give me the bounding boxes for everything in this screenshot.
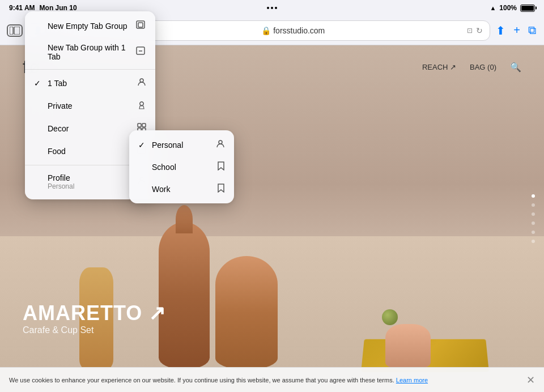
learn-more-link[interactable]: Learn more (396, 377, 428, 384)
status-time: 9:41 AM (9, 4, 35, 12)
reach-link[interactable]: REACH ↗ (422, 63, 456, 71)
search-icon[interactable]: 🔍 (510, 62, 521, 73)
menu-divider-1 (25, 69, 155, 70)
status-day: Mon Jun 10 (40, 4, 77, 12)
submenu: ✓ Personal School Work (129, 130, 234, 203)
menu-label-decor: Decor (48, 124, 133, 133)
new-tab-button[interactable]: + (512, 23, 521, 38)
page-indicators (532, 194, 535, 243)
cookie-banner: We use cookies to enhance your experienc… (0, 367, 544, 392)
page-dot-6[interactable] (532, 240, 535, 243)
menu-item-new-tab-group-1[interactable]: New Tab Group with 1 Tab (25, 37, 155, 67)
address-bar[interactable]: 🖥 🔒 forsstudio.com ⊡ ↻ (105, 20, 490, 41)
reader-icon[interactable]: ⊡ (467, 27, 473, 35)
submenu-item-work[interactable]: Work (129, 178, 234, 200)
hero-text: AMARETTO ↗ Carafe & Cup Set (23, 301, 166, 335)
jug-medium (215, 256, 278, 369)
menu-icon-new-empty (136, 20, 146, 32)
submenu-label-work: Work (152, 185, 212, 194)
menu-item-new-empty-tab-group[interactable]: New Empty Tab Group (25, 15, 155, 37)
person-icon-personal (216, 139, 225, 150)
svg-point-14 (219, 140, 222, 144)
submenu-item-school[interactable]: School (129, 156, 234, 178)
dot3 (275, 7, 277, 9)
menu-label-1tab: 1 Tab (48, 79, 133, 88)
hero-subtitle: Carafe & Cup Set (23, 325, 166, 335)
dot2 (271, 7, 273, 9)
profile-text-group: Profile Personal (48, 173, 133, 190)
nav-actions: ⬆ + ⧉ (495, 23, 537, 39)
address-url: 🔒 forsstudio.com (124, 26, 462, 35)
page-dot-2[interactable] (532, 203, 535, 207)
menu-item-1-tab[interactable]: ✓ 1 Tab (25, 72, 155, 95)
page-dot-1[interactable] (532, 194, 535, 198)
status-bar-left: 9:41 AM Mon Jun 10 (9, 4, 77, 12)
tabs-sidebar-icon[interactable] (7, 24, 23, 37)
status-bar-center (267, 7, 277, 9)
menu-icon-new-tab1 (136, 46, 146, 58)
page-dot-5[interactable] (532, 231, 535, 234)
svg-rect-0 (10, 27, 13, 35)
page-dot-4[interactable] (532, 221, 535, 225)
menu-item-private[interactable]: Private (25, 95, 155, 117)
hand-icon-private (137, 100, 146, 112)
menu-label-new-tab1: New Tab Group with 1 Tab (48, 43, 131, 61)
wifi-icon: ▲ (490, 5, 496, 11)
dot1 (267, 7, 269, 9)
menu-label-new-empty: New Empty Tab Group (48, 22, 131, 31)
site-nav-right: REACH ↗ BAG (0) 🔍 (422, 62, 521, 73)
profile-subtitle: Personal (48, 182, 133, 190)
cookie-close-button[interactable]: ✕ (526, 374, 535, 386)
cup-small (385, 324, 431, 369)
address-bar-right: ⊡ ↻ (467, 26, 483, 35)
carafe-text: Carafe & Cup Set (23, 325, 94, 335)
hero-title: AMARETTO ↗ (23, 301, 166, 325)
svg-point-6 (140, 79, 143, 82)
status-bar-right: ▲ 100% (490, 4, 535, 12)
submenu-label-school: School (152, 163, 212, 172)
battery-fill (521, 6, 534, 11)
battery-percent: 100% (499, 4, 517, 12)
submenu-label-personal: Personal (152, 140, 211, 150)
page-dot-3[interactable] (532, 212, 535, 216)
submenu-item-personal[interactable]: ✓ Personal (129, 134, 234, 156)
submenu-check-personal: ✓ (138, 140, 147, 150)
cookie-text: We use cookies to enhance your experienc… (9, 377, 520, 384)
svg-rect-3 (138, 23, 143, 27)
svg-rect-7 (138, 123, 141, 127)
profile-title: Profile (48, 173, 133, 182)
bookmark-icon-work (217, 184, 225, 194)
bottle-tall (159, 222, 210, 369)
menu-label-food: Food (48, 147, 133, 156)
cookie-message: We use cookies to enhance your experienc… (9, 377, 394, 384)
share-button[interactable]: ⬆ (495, 23, 507, 39)
menu-label-private: Private (48, 101, 133, 110)
svg-rect-8 (142, 123, 146, 127)
bag-link[interactable]: BAG (0) (470, 63, 496, 71)
olive-decoration (382, 309, 398, 325)
battery-icon (520, 5, 535, 12)
refresh-icon[interactable]: ↻ (476, 26, 483, 35)
person-icon-1tab (137, 78, 146, 89)
bookmark-icon-school (217, 161, 225, 172)
tabs-button[interactable]: ⧉ (527, 23, 537, 38)
menu-check-1tab: ✓ (34, 79, 43, 88)
svg-rect-1 (14, 27, 20, 35)
